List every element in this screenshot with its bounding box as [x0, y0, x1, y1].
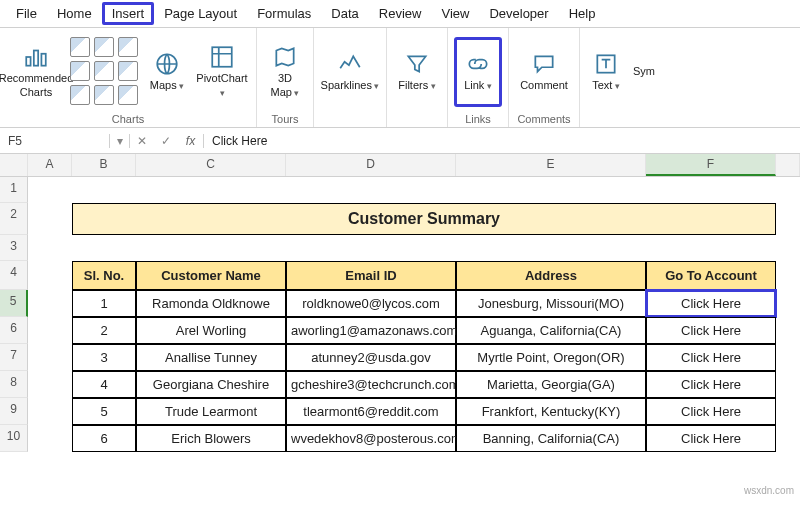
row-header-10[interactable]: 10: [0, 425, 28, 452]
formula-input[interactable]: Click Here: [204, 134, 800, 148]
cell[interactable]: [776, 290, 800, 317]
chart-type-icon[interactable]: [118, 61, 138, 81]
col-header-E[interactable]: E: [456, 154, 646, 176]
table-header-address[interactable]: Address: [456, 261, 646, 290]
table-row[interactable]: Click Here: [646, 398, 776, 425]
table-header-slno[interactable]: Sl. No.: [72, 261, 136, 290]
tab-page-layout[interactable]: Page Layout: [154, 2, 247, 25]
tab-data[interactable]: Data: [321, 2, 368, 25]
row-header-7[interactable]: 7: [0, 344, 28, 371]
col-header-C[interactable]: C: [136, 154, 286, 176]
select-all-corner[interactable]: [0, 154, 28, 176]
cell[interactable]: [646, 235, 776, 261]
table-header-email[interactable]: Email ID: [286, 261, 456, 290]
table-row[interactable]: roldknowe0@lycos.com: [286, 290, 456, 317]
cell[interactable]: [28, 398, 72, 425]
table-row[interactable]: Erich Blowers: [136, 425, 286, 452]
table-row[interactable]: 2: [72, 317, 136, 344]
table-row[interactable]: Click Here: [646, 425, 776, 452]
cell[interactable]: [28, 344, 72, 371]
cell[interactable]: [776, 203, 800, 235]
chart-type-icon[interactable]: [94, 37, 114, 57]
row-header-9[interactable]: 9: [0, 398, 28, 425]
col-header-A[interactable]: A: [28, 154, 72, 176]
pivotchart-button[interactable]: PivotChart: [194, 37, 250, 107]
table-row[interactable]: Aguanga, California(CA): [456, 317, 646, 344]
cell[interactable]: [456, 177, 646, 203]
cell[interactable]: [72, 177, 136, 203]
table-row[interactable]: aworling1@amazonaws.com: [286, 317, 456, 344]
cell[interactable]: [776, 235, 800, 261]
cell[interactable]: [136, 235, 286, 261]
row-header-1[interactable]: 1: [0, 177, 28, 203]
table-row[interactable]: Click Here: [646, 317, 776, 344]
cell[interactable]: [776, 425, 800, 452]
cell[interactable]: [776, 344, 800, 371]
tab-file[interactable]: File: [6, 2, 47, 25]
cell[interactable]: [776, 317, 800, 344]
cell[interactable]: [776, 261, 800, 290]
col-header-D[interactable]: D: [286, 154, 456, 176]
table-row[interactable]: Anallise Tunney: [136, 344, 286, 371]
cell[interactable]: [456, 235, 646, 261]
row-header-3[interactable]: 3: [0, 235, 28, 261]
cancel-icon[interactable]: ✕: [130, 134, 154, 148]
table-row[interactable]: Marietta, Georgia(GA): [456, 371, 646, 398]
table-header-goto[interactable]: Go To Account: [646, 261, 776, 290]
tab-formulas[interactable]: Formulas: [247, 2, 321, 25]
tab-home[interactable]: Home: [47, 2, 102, 25]
recommended-charts-button[interactable]: Recommended Charts: [6, 37, 66, 107]
table-row[interactable]: Georgiana Cheshire: [136, 371, 286, 398]
tab-developer[interactable]: Developer: [479, 2, 558, 25]
table-row[interactable]: gcheshire3@techcrunch.com: [286, 371, 456, 398]
cell[interactable]: [28, 261, 72, 290]
cell[interactable]: [28, 425, 72, 452]
cell[interactable]: [28, 317, 72, 344]
cell[interactable]: [72, 235, 136, 261]
table-row[interactable]: Jonesburg, Missouri(MO): [456, 290, 646, 317]
table-row[interactable]: 6: [72, 425, 136, 452]
cell[interactable]: [646, 177, 776, 203]
symbols-button[interactable]: Sym: [630, 37, 658, 107]
table-row[interactable]: 4: [72, 371, 136, 398]
link-button[interactable]: Link: [454, 37, 502, 107]
tab-help[interactable]: Help: [559, 2, 606, 25]
cell[interactable]: [776, 398, 800, 425]
chart-type-icon[interactable]: [94, 85, 114, 105]
table-row[interactable]: tlearmont6@reddit.com: [286, 398, 456, 425]
table-header-name[interactable]: Customer Name: [136, 261, 286, 290]
table-row[interactable]: Ramonda Oldknowe: [136, 290, 286, 317]
table-row[interactable]: Banning, California(CA): [456, 425, 646, 452]
fx-icon[interactable]: fx: [178, 134, 204, 148]
table-row[interactable]: 5: [72, 398, 136, 425]
row-header-8[interactable]: 8: [0, 371, 28, 398]
cell[interactable]: [136, 177, 286, 203]
cell[interactable]: [28, 177, 72, 203]
enter-icon[interactable]: ✓: [154, 134, 178, 148]
tab-view[interactable]: View: [431, 2, 479, 25]
name-box[interactable]: F5: [0, 134, 110, 148]
table-row[interactable]: Frankfort, Kentucky(KY): [456, 398, 646, 425]
chart-type-icon[interactable]: [94, 61, 114, 81]
cell[interactable]: [286, 235, 456, 261]
tab-insert[interactable]: Insert: [102, 2, 155, 25]
chart-type-icon[interactable]: [118, 85, 138, 105]
table-row[interactable]: atunney2@usda.gov: [286, 344, 456, 371]
name-box-dropdown-icon[interactable]: ▾: [110, 134, 130, 148]
chart-type-icon[interactable]: [118, 37, 138, 57]
cell[interactable]: [28, 235, 72, 261]
filters-button[interactable]: Filters: [393, 37, 441, 107]
row-header-2[interactable]: 2: [0, 203, 28, 235]
table-row[interactable]: Click Here: [646, 344, 776, 371]
sparklines-button[interactable]: Sparklines: [320, 37, 380, 107]
cell[interactable]: [28, 290, 72, 317]
row-header-5[interactable]: 5: [0, 290, 28, 317]
row-header-6[interactable]: 6: [0, 317, 28, 344]
chart-type-icon[interactable]: [70, 61, 90, 81]
col-header-F[interactable]: F: [646, 154, 776, 176]
cell[interactable]: [28, 371, 72, 398]
table-row[interactable]: Arel Worling: [136, 317, 286, 344]
text-button[interactable]: Text: [586, 37, 626, 107]
sheet-title[interactable]: Customer Summary: [72, 203, 776, 235]
table-row[interactable]: 3: [72, 344, 136, 371]
